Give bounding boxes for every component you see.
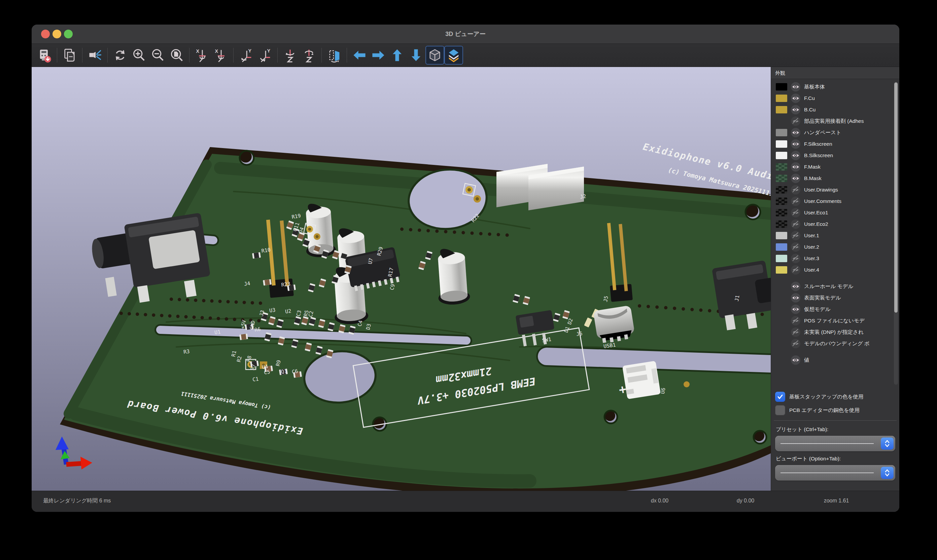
ref-designator: C3 <box>295 309 302 317</box>
pan-down-icon[interactable] <box>406 46 425 65</box>
layer-label: 部品実装用接着剤 (Adhes <box>804 118 864 125</box>
pan-left-icon[interactable] <box>350 46 369 65</box>
layer-row[interactable]: User.4 <box>776 264 899 275</box>
layer-row[interactable]: User.Eco1 <box>776 207 899 218</box>
redraw-icon[interactable] <box>111 46 129 65</box>
layer-row[interactable]: User.Comments <box>776 195 899 207</box>
visibility-eye-off-icon[interactable] <box>791 185 801 195</box>
visibility-eye-off-icon[interactable] <box>791 116 801 126</box>
rotate-z-ccw-icon[interactable] <box>281 46 300 65</box>
layer-color-swatch[interactable] <box>776 266 787 274</box>
appearance-panel-toggle-icon[interactable] <box>444 46 463 65</box>
layer-row[interactable]: 仮想モデル <box>776 303 899 315</box>
layer-row[interactable]: 未実装 (DNP) が指定され <box>776 326 899 338</box>
visibility-eye-icon[interactable] <box>791 304 801 314</box>
layer-row[interactable]: 基板本体 <box>776 81 899 92</box>
dropdown-stepper-icon[interactable] <box>881 467 894 479</box>
visibility-eye-off-icon[interactable] <box>791 327 801 337</box>
layer-row[interactable]: User.1 <box>776 230 899 241</box>
layer-color-swatch[interactable] <box>776 106 787 114</box>
layer-row[interactable]: F.Silkscreen <box>776 138 899 150</box>
layer-row[interactable]: User.Drawings <box>776 184 899 195</box>
divider <box>774 420 897 421</box>
layer-color-swatch[interactable] <box>776 209 787 216</box>
layer-row[interactable]: 表面実装モデル <box>776 292 899 303</box>
layer-label: User.3 <box>804 255 819 262</box>
checkbox-unchecked-icon[interactable] <box>775 405 785 415</box>
visibility-eye-off-icon[interactable] <box>791 316 801 326</box>
pan-right-icon[interactable] <box>369 46 388 65</box>
visibility-eye-icon[interactable] <box>791 93 801 103</box>
zoom-in-icon[interactable] <box>129 46 148 65</box>
layer-color-swatch[interactable] <box>776 129 787 136</box>
raytracing-render-icon[interactable] <box>86 46 104 65</box>
rotate-y-cw-icon[interactable]: Y <box>255 46 274 65</box>
layer-row[interactable]: B.Cu <box>776 104 899 115</box>
layer-color-swatch[interactable] <box>776 232 787 239</box>
3d-viewport[interactable]: Exidiophone v6.0 Audio Board (c) Tomoya … <box>32 67 771 491</box>
layer-row[interactable]: User.Eco2 <box>776 218 899 230</box>
copy-image-icon[interactable] <box>60 46 79 65</box>
visibility-eye-off-icon[interactable] <box>791 338 801 349</box>
layer-row[interactable]: User.3 <box>776 253 899 264</box>
viewport-dropdown[interactable] <box>775 465 895 481</box>
visibility-eye-icon[interactable] <box>791 162 801 172</box>
scrollbar[interactable] <box>894 82 898 385</box>
visibility-eye-icon[interactable] <box>791 151 801 160</box>
layer-color-swatch[interactable] <box>776 83 787 91</box>
rotate-z-cw-icon[interactable] <box>300 46 318 65</box>
checkbox-row[interactable]: PCB エディターの銅色を使用 <box>771 403 899 417</box>
visibility-eye-icon[interactable] <box>791 82 801 92</box>
visibility-eye-icon[interactable] <box>791 105 801 115</box>
layer-row[interactable]: F.Mask <box>776 161 899 173</box>
rotate-x-cw-icon[interactable]: X <box>211 46 230 65</box>
rotate-y-ccw-icon[interactable]: Y <box>237 46 255 65</box>
zoom-to-fit-icon[interactable] <box>167 46 186 65</box>
visibility-eye-off-icon[interactable] <box>791 196 801 206</box>
layer-label: F.Silkscreen <box>804 141 832 147</box>
orthographic-projection-icon[interactable] <box>425 46 444 65</box>
visibility-eye-off-icon[interactable] <box>791 208 801 218</box>
layer-color-swatch[interactable] <box>776 152 787 159</box>
layer-color-swatch[interactable] <box>776 186 787 194</box>
pan-up-icon[interactable] <box>388 46 406 65</box>
layer-row[interactable]: モデルのバウンディング ボ <box>776 338 899 349</box>
dropdown-stepper-icon[interactable] <box>881 437 894 449</box>
layer-color-swatch[interactable] <box>776 198 787 205</box>
layer-row[interactable]: F.Cu <box>776 92 899 104</box>
scrollbar-thumb[interactable] <box>894 82 898 313</box>
layer-row[interactable]: B.Silkscreen <box>776 150 899 161</box>
visibility-eye-off-icon[interactable] <box>791 219 801 229</box>
visibility-eye-icon[interactable] <box>791 139 801 149</box>
visibility-eye-icon[interactable] <box>791 355 801 365</box>
visibility-eye-icon[interactable] <box>791 128 801 138</box>
visibility-eye-off-icon[interactable] <box>791 242 801 252</box>
reload-board-icon[interactable] <box>35 46 54 65</box>
rotate-x-ccw-icon[interactable]: X <box>192 46 211 65</box>
layer-row[interactable]: 値 <box>776 354 899 366</box>
visibility-eye-icon[interactable] <box>791 173 801 183</box>
checkbox-checked-icon[interactable] <box>775 392 785 402</box>
layer-row[interactable]: B.Mask <box>776 173 899 184</box>
layer-color-swatch[interactable] <box>776 255 787 262</box>
visibility-eye-off-icon[interactable] <box>791 254 801 263</box>
flip-board-icon[interactable] <box>325 46 344 65</box>
visibility-eye-icon[interactable] <box>791 282 801 291</box>
layer-color-swatch[interactable] <box>776 243 787 251</box>
layer-row[interactable]: 部品実装用接着剤 (Adhes <box>776 115 899 127</box>
layer-color-swatch[interactable] <box>776 95 787 102</box>
visibility-eye-off-icon[interactable] <box>791 231 801 241</box>
layer-row[interactable]: スルーホール モデル <box>776 281 899 292</box>
layer-row[interactable]: ハンダペースト <box>776 127 899 138</box>
preset-dropdown[interactable] <box>775 436 895 451</box>
layer-row[interactable]: POS ファイルにないモデ <box>776 315 899 326</box>
layer-color-swatch[interactable] <box>776 140 787 148</box>
checkbox-row[interactable]: 基板スタックアップの色を使用 <box>771 390 899 403</box>
layer-color-swatch[interactable] <box>776 163 787 171</box>
zoom-out-icon[interactable] <box>148 46 167 65</box>
visibility-eye-icon[interactable] <box>791 293 801 303</box>
layer-row[interactable]: User.2 <box>776 241 899 253</box>
visibility-eye-off-icon[interactable] <box>791 265 801 275</box>
layer-color-swatch[interactable] <box>776 220 787 228</box>
layer-color-swatch[interactable] <box>776 175 787 182</box>
